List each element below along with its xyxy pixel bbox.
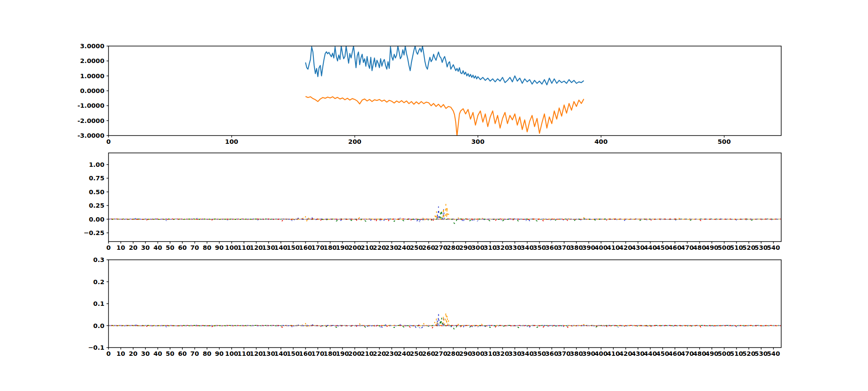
x-tick-label: 480 <box>693 244 706 251</box>
x-tick-label: 20 <box>129 350 138 357</box>
x-tick-label: 410 <box>607 350 620 357</box>
x-tick-label: 130 <box>262 244 275 251</box>
x-tick-label: 260 <box>422 244 435 251</box>
x-tick-label: 100 <box>225 244 238 251</box>
x-tick-label: 100 <box>225 350 238 357</box>
y-tick-label: 0.50 <box>89 189 105 196</box>
x-tick-label: 170 <box>311 350 324 357</box>
x-tick-label: 440 <box>644 244 657 251</box>
x-tick-label: 120 <box>250 244 263 251</box>
y-tick-label: −0.1 <box>88 344 105 351</box>
x-tick-label: 10 <box>116 244 125 251</box>
x-tick-label: 320 <box>496 244 509 251</box>
x-tick-label: 500 <box>717 138 730 145</box>
x-tick-label: 90 <box>215 350 224 357</box>
x-tick-label: 520 <box>742 350 755 357</box>
x-tick-label: 530 <box>755 350 768 357</box>
x-tick-label: 280 <box>447 244 460 251</box>
x-tick-label: 220 <box>373 244 386 251</box>
y-tick-label: -1.0000 <box>78 102 105 109</box>
y-tick-label: −0.25 <box>84 229 105 236</box>
x-tick-label: 60 <box>178 244 187 251</box>
x-tick-label: 320 <box>496 350 509 357</box>
x-tick-label: 30 <box>141 244 150 251</box>
y-tick-label: 0.75 <box>89 175 105 182</box>
x-tick-label: 350 <box>533 350 546 357</box>
x-tick-label: 290 <box>459 350 472 357</box>
subplot-middle: 0102030405060708090100110120130140150160… <box>84 153 781 251</box>
subplot-bottom: 0102030405060708090100110120130140150160… <box>88 256 781 357</box>
matplotlib-figure: 01002003004005003.00002.00001.00000.0000… <box>0 0 868 391</box>
x-tick-label: 140 <box>274 244 287 251</box>
x-tick-label: 330 <box>508 244 521 251</box>
x-tick-label: 400 <box>595 138 608 145</box>
x-tick-label: 290 <box>459 244 472 251</box>
x-tick-label: 300 <box>471 244 484 251</box>
y-tick-label: 0.25 <box>89 202 105 209</box>
x-tick-label: 500 <box>717 244 730 251</box>
x-tick-label: 190 <box>336 350 349 357</box>
x-tick-label: 370 <box>558 244 571 251</box>
y-tick-label: 3.0000 <box>80 43 105 50</box>
x-tick-label: 150 <box>286 350 299 357</box>
x-tick-label: 40 <box>153 244 162 251</box>
x-tick-label: 70 <box>191 350 199 357</box>
y-tick-label: 0.0 <box>93 322 105 329</box>
x-tick-label: 230 <box>385 350 398 357</box>
x-tick-label: 460 <box>668 244 681 251</box>
x-tick-label: 160 <box>299 350 312 357</box>
series-grad-periwinkle <box>108 218 781 222</box>
series-grad-orange <box>108 204 781 221</box>
x-tick-label: 150 <box>286 244 299 251</box>
x-tick-label: 50 <box>166 350 174 357</box>
plot-area-middle <box>108 204 781 224</box>
subplot-top: 01002003004005003.00002.00001.00000.0000… <box>78 43 781 145</box>
x-tick-label: 20 <box>129 244 138 251</box>
x-tick-label: 310 <box>483 244 496 251</box>
x-tick-label: 190 <box>336 244 349 251</box>
x-tick-label: 180 <box>324 244 337 251</box>
x-tick-label: 410 <box>607 244 620 251</box>
x-tick-label: 280 <box>447 350 460 357</box>
x-tick-label: 200 <box>348 350 361 357</box>
x-tick-label: 0 <box>106 138 111 145</box>
x-tick-label: 490 <box>705 244 718 251</box>
x-tick-label: 50 <box>166 244 174 251</box>
x-tick-label: 110 <box>237 244 250 251</box>
axes-frame-top <box>108 46 781 136</box>
y-axis-bottom: 0.30.20.10.0−0.1 <box>88 256 108 351</box>
x-tick-label: 330 <box>508 350 521 357</box>
x-tick-label: 430 <box>631 350 644 357</box>
y-tick-label: 0.3 <box>93 256 105 263</box>
x-tick-label: 390 <box>582 350 595 357</box>
y-tick-label: 0.0000 <box>80 87 105 94</box>
y-tick-label: 1.00 <box>89 161 105 168</box>
y-tick-label: 0.2 <box>93 278 105 285</box>
y-tick-label: 0.1 <box>93 300 105 307</box>
axes-frame-bottom <box>108 260 781 348</box>
x-tick-label: 250 <box>410 350 423 357</box>
x-tick-label: 540 <box>767 244 780 251</box>
x-tick-label: 450 <box>656 244 669 251</box>
y-axis-top: 3.00002.00001.00000.0000-1.0000-2.0000-3… <box>78 43 108 139</box>
x-tick-label: 400 <box>595 350 608 357</box>
x-tick-label: 540 <box>767 350 780 357</box>
x-tick-label: 490 <box>705 350 718 357</box>
x-tick-label: 160 <box>299 244 312 251</box>
x-tick-label: 0 <box>106 350 111 357</box>
x-tick-label: 240 <box>398 244 411 251</box>
x-tick-label: 390 <box>582 244 595 251</box>
series-signal-blue <box>306 46 584 85</box>
x-tick-label: 30 <box>141 350 150 357</box>
x-tick-label: 0 <box>106 244 111 251</box>
x-tick-label: 80 <box>203 350 211 357</box>
x-tick-label: 100 <box>225 138 238 145</box>
x-tick-label: 140 <box>274 350 287 357</box>
x-tick-label: 10 <box>116 350 125 357</box>
x-tick-label: 110 <box>237 350 250 357</box>
x-tick-label: 250 <box>410 244 423 251</box>
x-tick-label: 270 <box>434 350 447 357</box>
x-tick-label: 210 <box>361 350 374 357</box>
x-tick-label: 340 <box>521 244 534 251</box>
x-tick-label: 350 <box>533 244 546 251</box>
